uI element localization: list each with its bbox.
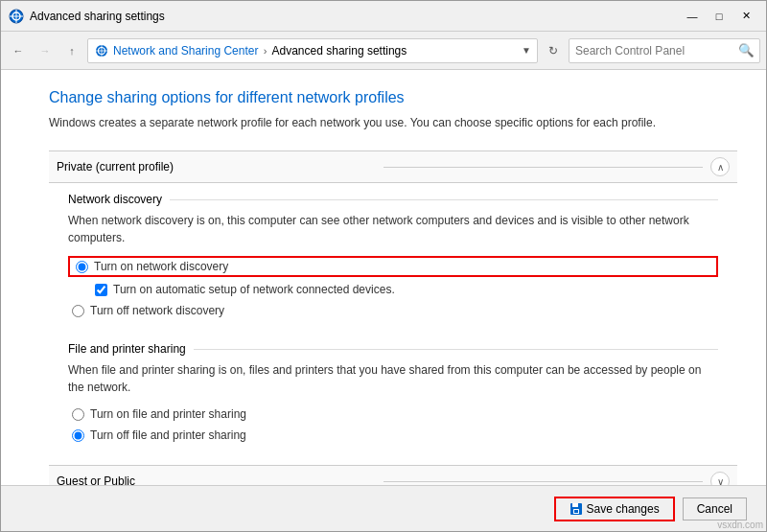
radio-turn-on-discovery: Turn on network discovery: [68, 256, 718, 277]
close-button[interactable]: ✕: [733, 7, 758, 26]
nav-bar: ← → ↑ Network and Sharing Center › Advan…: [1, 32, 766, 70]
turn-on-discovery-radio[interactable]: [76, 261, 88, 273]
forward-button[interactable]: →: [34, 39, 57, 62]
breadcrumb-part-1[interactable]: Network and Sharing Center: [113, 44, 258, 58]
checkbox-auto-setup: Turn on automatic setup of network conne…: [91, 281, 718, 298]
radio-turn-off-discovery: Turn off network discovery: [68, 302, 718, 319]
main-area: Change sharing options for different net…: [1, 70, 766, 485]
section-guest-public-label: Guest or Public: [57, 474, 376, 485]
save-changes-label: Save changes: [587, 502, 660, 516]
up-button[interactable]: ↑: [60, 39, 83, 62]
discovery-suboptions: Turn on automatic setup of network conne…: [91, 281, 718, 298]
search-button[interactable]: 🔍: [738, 43, 754, 58]
section-private-label: Private (current profile): [57, 160, 376, 173]
turn-off-discovery-label[interactable]: Turn off network discovery: [90, 304, 224, 317]
chevron-down-icon-1: ∨: [717, 476, 724, 486]
address-bar[interactable]: Network and Sharing Center › Advanced sh…: [87, 38, 538, 63]
chevron-up-icon: ∧: [717, 162, 724, 173]
content-area: Change sharing options for different net…: [1, 70, 766, 485]
network-discovery-section: Network discovery When network discovery…: [49, 183, 737, 333]
file-printer-sharing-section: File and printer sharing When file and p…: [49, 333, 737, 457]
watermark: vsxdn.com: [717, 520, 763, 530]
svg-rect-11: [574, 510, 578, 513]
search-bar: 🔍: [569, 38, 760, 63]
maximize-button[interactable]: □: [707, 7, 732, 26]
turn-off-sharing-label[interactable]: Turn off file and printer sharing: [90, 428, 246, 442]
search-input[interactable]: [575, 44, 738, 58]
radio-turn-on-sharing: Turn on file and printer sharing: [68, 405, 718, 423]
section-divider: [384, 167, 703, 168]
cancel-button[interactable]: Cancel: [683, 497, 747, 520]
turn-off-sharing-radio[interactable]: [72, 429, 84, 442]
section-guest-public: Guest or Public ∨: [49, 465, 737, 485]
section-guest-public-chevron[interactable]: ∨: [710, 472, 730, 485]
turn-on-discovery-label[interactable]: Turn on network discovery: [94, 260, 228, 273]
subsection-divider-1: [170, 199, 718, 200]
window-controls: — □ ✕: [680, 7, 758, 26]
breadcrumb: Network and Sharing Center › Advanced sh…: [113, 44, 518, 58]
breadcrumb-sep: ›: [264, 45, 270, 57]
turn-on-sharing-radio[interactable]: [72, 408, 84, 421]
page-description: Windows creates a separate network profi…: [49, 114, 737, 131]
section-guest-public-header[interactable]: Guest or Public ∨: [49, 465, 737, 485]
turn-off-discovery-radio[interactable]: [72, 305, 84, 317]
network-discovery-description: When network discovery is on, this compu…: [68, 212, 718, 246]
subsection-file-sharing: File and printer sharing: [68, 342, 718, 356]
window-title: Advanced sharing settings: [30, 10, 680, 23]
breadcrumb-part-2: Advanced sharing settings: [272, 44, 407, 58]
section-divider-3: [384, 481, 703, 482]
save-icon: [569, 502, 583, 516]
address-icon: [94, 43, 109, 58]
subsection-network-discovery-label: Network discovery: [68, 193, 162, 206]
section-private-chevron[interactable]: ∧: [710, 157, 730, 176]
address-dropdown-icon[interactable]: ▼: [522, 45, 531, 56]
section-private-header[interactable]: Private (current profile) ∧: [49, 150, 737, 183]
radio-turn-off-sharing: Turn off file and printer sharing: [68, 427, 718, 444]
file-sharing-description: When file and printer sharing is on, fil…: [68, 361, 718, 396]
turn-on-sharing-label[interactable]: Turn on file and printer sharing: [90, 407, 246, 421]
subsection-file-sharing-label: File and printer sharing: [68, 342, 186, 356]
subsection-network-discovery: Network discovery: [68, 193, 718, 206]
section-private: Private (current profile) ∧ Network disc…: [49, 150, 737, 457]
refresh-button[interactable]: ↻: [542, 39, 565, 62]
subsection-divider-2: [194, 349, 718, 350]
back-button[interactable]: ←: [7, 39, 30, 62]
page-title: Change sharing options for different net…: [49, 89, 737, 106]
title-bar: Advanced sharing settings — □ ✕: [1, 1, 766, 32]
auto-setup-label[interactable]: Turn on automatic setup of network conne…: [113, 283, 395, 296]
window-icon: [9, 9, 24, 24]
svg-rect-9: [572, 503, 578, 507]
auto-setup-checkbox[interactable]: [95, 284, 107, 296]
main-window: Advanced sharing settings — □ ✕ ← → ↑ Ne…: [0, 0, 767, 532]
save-changes-button[interactable]: Save changes: [554, 497, 675, 521]
minimize-button[interactable]: —: [680, 7, 705, 26]
footer: Save changes Cancel: [1, 485, 766, 531]
